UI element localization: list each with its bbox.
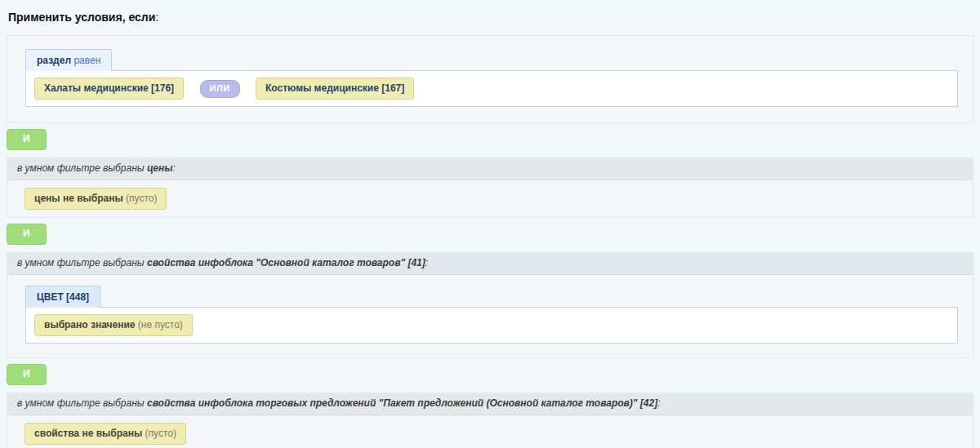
prices-condition-panel: в умном фильтре выбраны цены: цены не вы…	[7, 157, 973, 218]
tab-color-property[interactable]: ЦВЕТ [448]	[25, 286, 100, 308]
section-value-button-1[interactable]: Халаты медицинские [176]	[34, 78, 184, 100]
offer-properties-header: в умном фильтре выбраны свойства инфобло…	[7, 393, 973, 415]
properties-header-bold: свойства инфоблока "Основной каталог тов…	[147, 257, 425, 268]
section-value-button-2[interactable]: Костюмы медицинские [167]	[256, 78, 414, 100]
properties-header-suffix: :	[425, 257, 428, 268]
prices-state-note: (пусто)	[126, 193, 157, 204]
prices-state-label: цены не выбраны	[34, 193, 123, 204]
offer-properties-header-bold: свойства инфоблока торговых предложений …	[147, 397, 657, 409]
property-state-note: (не пусто)	[138, 319, 183, 330]
prices-header-suffix: :	[172, 162, 175, 174]
conditions-page: Применить условия, если: раздел равен Ха…	[0, 0, 980, 448]
offer-properties-state-button[interactable]: свойства не выбраны (пусто)	[24, 423, 186, 445]
prices-state-button[interactable]: цены не выбраны (пусто)	[24, 188, 167, 210]
tab-section-equals[interactable]: раздел равен	[25, 49, 112, 71]
tab-field-label: раздел	[37, 55, 71, 66]
prices-header: в умном фильтре выбраны цены:	[7, 158, 973, 180]
offer-properties-state-note: (пусто)	[145, 428, 176, 439]
offer-properties-condition-panel: в умном фильтре выбраны свойства инфобло…	[7, 393, 973, 448]
or-toggle-badge[interactable]: ИЛИ	[200, 80, 240, 98]
prices-body: цены не выбраны (пусто)	[7, 180, 973, 217]
section-value-label-1: Халаты медицинские [176]	[44, 82, 174, 94]
and-toggle-button-3[interactable]: И	[7, 364, 47, 385]
prices-header-prefix: в умном фильтре выбраны	[17, 162, 145, 174]
prices-header-bold: цены	[147, 162, 172, 174]
properties-condition-panel: в умном фильтре выбраны свойства инфобло…	[7, 252, 973, 358]
offer-properties-state-label: свойства не выбраны	[34, 428, 142, 439]
tab-color-label: ЦВЕТ [448]	[37, 291, 89, 303]
property-state-label: выбрано значение	[44, 319, 135, 330]
section-value-label-2: Костюмы медицинские [167]	[265, 82, 404, 94]
page-title-text: Применить условия, если	[8, 11, 155, 24]
offer-properties-body: свойства не выбраны (пусто)	[7, 415, 973, 448]
properties-tab-zone: ЦВЕТ [448] выбрано значение (не пусто)	[7, 275, 973, 357]
section-values-box: Халаты медицинские [176] ИЛИ Костюмы мед…	[25, 70, 958, 107]
properties-header-prefix: в умном фильтре выбраны	[17, 257, 145, 268]
page-title: Применить условия, если:	[8, 10, 973, 24]
property-state-button[interactable]: выбрано значение (не пусто)	[34, 314, 193, 336]
property-values-box: выбрано значение (не пусто)	[25, 307, 958, 344]
tab-operator-label: равен	[74, 55, 100, 66]
section-condition-panel: раздел равен Халаты медицинские [176] ИЛ…	[7, 35, 973, 123]
offer-properties-header-prefix: в умном фильтре выбраны	[17, 397, 145, 409]
page-title-colon: :	[155, 11, 158, 24]
offer-properties-header-suffix: :	[657, 397, 660, 409]
properties-header: в умном фильтре выбраны свойства инфобло…	[7, 253, 973, 275]
and-toggle-button-2[interactable]: И	[7, 224, 47, 245]
and-toggle-button-1[interactable]: И	[7, 129, 47, 150]
